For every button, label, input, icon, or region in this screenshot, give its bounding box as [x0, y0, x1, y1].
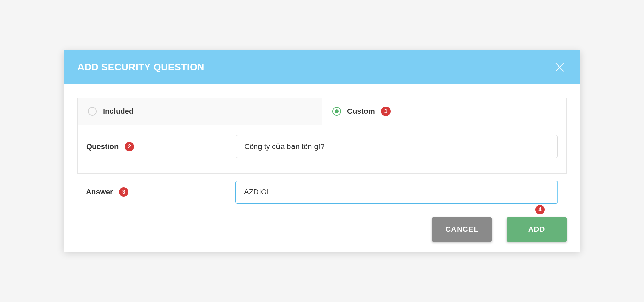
add-button-wrapper: 4 ADD [507, 217, 567, 242]
question-label-text: Question [86, 142, 119, 151]
add-security-question-modal: ADD SECURITY QUESTION Included Custom 1 [64, 50, 580, 252]
step-badge-1: 1 [381, 107, 391, 116]
answer-row: Answer 3 [77, 174, 567, 204]
cancel-button[interactable]: CANCEL [432, 217, 492, 242]
question-label: Question 2 [86, 142, 229, 151]
add-button[interactable]: ADD [507, 217, 567, 242]
step-badge-2: 2 [125, 142, 134, 151]
tab-custom[interactable]: Custom 1 [322, 98, 566, 125]
answer-label-text: Answer [86, 188, 113, 196]
radio-included[interactable] [88, 107, 97, 116]
answer-label: Answer 3 [86, 187, 229, 197]
answer-input[interactable] [235, 181, 558, 204]
close-button[interactable] [553, 60, 567, 74]
tab-included-label: Included [103, 107, 133, 116]
radio-custom[interactable] [332, 107, 341, 116]
question-source-panel: Included Custom 1 Question 2 [77, 98, 567, 174]
tab-included[interactable]: Included [78, 98, 322, 125]
close-icon [555, 62, 565, 72]
modal-body: Included Custom 1 Question 2 [64, 84, 580, 204]
step-badge-4: 4 [535, 205, 545, 214]
modal-title: ADD SECURITY QUESTION [77, 62, 204, 73]
tab-row: Included Custom 1 [78, 98, 566, 125]
question-section: Question 2 [78, 125, 566, 173]
tab-custom-label: Custom [347, 107, 375, 116]
question-input[interactable] [236, 135, 558, 158]
step-badge-3: 3 [119, 187, 128, 197]
question-row: Question 2 [86, 135, 558, 158]
modal-header: ADD SECURITY QUESTION [64, 50, 580, 84]
modal-footer: CANCEL 4 ADD [64, 204, 580, 252]
